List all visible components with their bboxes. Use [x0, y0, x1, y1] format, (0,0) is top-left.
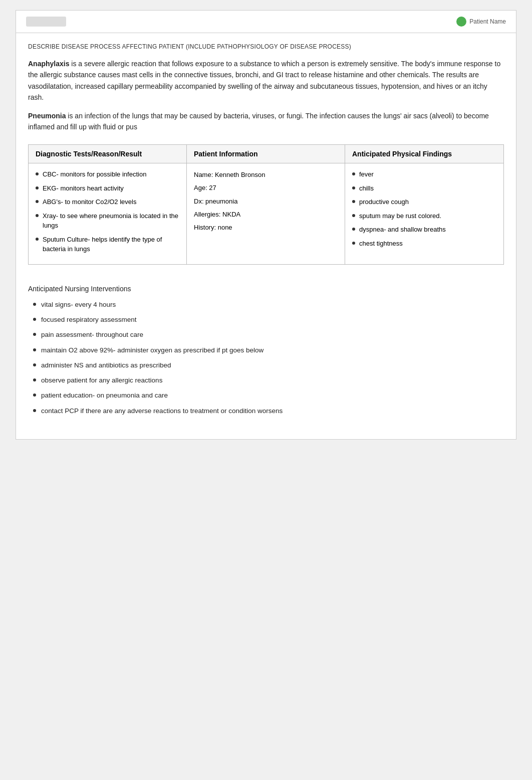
list-item: patient education- on pneumonia and care	[33, 391, 504, 401]
info-table: Diagnostic Tests/Reason/Result Patient I…	[28, 144, 504, 265]
col-header-findings: Anticipated Physical Findings	[345, 145, 503, 163]
finding-3: productive cough	[359, 197, 409, 207]
list-item: chest tightness	[352, 239, 496, 249]
finding-5: dyspnea- and shallow breaths	[359, 225, 446, 235]
diagnostic-item-5: Sputum Culture- helps identify the type …	[43, 235, 179, 254]
bullet-icon	[352, 242, 355, 245]
list-item: observe patient for any allergic reactio…	[33, 375, 504, 385]
diagnostic-item-3: ABG's- to monitor Co2/O2 levels	[43, 197, 136, 207]
patient-dx: Dx: pneumonia	[194, 196, 338, 207]
bullet-icon	[36, 172, 39, 175]
findings-cell: fever chills productive cough sputu	[345, 163, 503, 264]
list-item: productive cough	[352, 197, 496, 207]
col-header-patient: Patient Information	[187, 145, 345, 163]
list-item: sputum may be rust colored.	[352, 211, 496, 221]
bullet-icon	[33, 394, 36, 397]
list-item: administer NS and antibiotics as prescri…	[33, 360, 504, 370]
table-header-row: Diagnostic Tests/Reason/Result Patient I…	[29, 145, 503, 163]
bullet-icon	[33, 409, 36, 412]
list-item: chills	[352, 183, 496, 193]
bullet-icon	[33, 378, 36, 381]
nursing-item-8: contact PCP if there are any adverse rea…	[41, 406, 283, 416]
page-container: Patient Name DESCRIBE DISEASE PROCESS AF…	[16, 10, 516, 440]
bullet-icon	[33, 348, 36, 351]
nursing-item-6: observe patient for any allergic reactio…	[41, 375, 162, 385]
list-item: Xray- to see where pneumonia is located …	[36, 211, 179, 231]
nursing-item-4: maintain O2 above 92%- administer oxygen…	[41, 345, 263, 355]
diagnostic-item-4: Xray- to see where pneumonia is located …	[43, 211, 179, 231]
table-body-row: CBC- monitors for possible infection EKG…	[29, 163, 503, 264]
finding-6: chest tightness	[359, 239, 403, 249]
bullet-icon	[36, 238, 39, 241]
finding-1: fever	[359, 169, 374, 179]
nursing-item-2: focused respiratory assessment	[41, 315, 137, 325]
list-item: contact PCP if there are any adverse rea…	[33, 406, 504, 416]
finding-2: chills	[359, 183, 374, 193]
list-item: pain assessment- throughout care	[33, 330, 504, 340]
col-header-diagnostic: Diagnostic Tests/Reason/Result	[29, 145, 187, 163]
main-content: DESCRIBE DISEASE PROCESS AFFECTING PATIE…	[16, 33, 516, 439]
logo-left	[26, 17, 66, 27]
bullet-icon	[352, 172, 355, 175]
list-item: CBC- monitors for possible infection	[36, 169, 179, 179]
patient-history: History: none	[194, 222, 338, 233]
patient-age: Age: 27	[194, 182, 338, 193]
nursing-item-7: patient education- on pneumonia and care	[41, 391, 168, 401]
list-item: EKG- monitors heart activity	[36, 183, 179, 193]
bullet-icon	[352, 200, 355, 203]
bullet-icon	[36, 186, 39, 189]
diagnostic-list: CBC- monitors for possible infection EKG…	[36, 169, 179, 254]
patient-name: Name: Kenneth Bronson	[194, 169, 338, 180]
disease-1-bold: Anaphylaxis	[28, 60, 69, 68]
list-item: maintain O2 above 92%- administer oxygen…	[33, 345, 504, 355]
nursing-section: Anticipated Nursing Interventions vital …	[28, 277, 504, 429]
list-item: ABG's- to monitor Co2/O2 levels	[36, 197, 179, 207]
header-right: Patient Name	[456, 17, 506, 27]
bullet-icon	[352, 228, 355, 231]
nursing-heading: Anticipated Nursing Interventions	[28, 285, 504, 293]
list-item: focused respiratory assessment	[33, 315, 504, 325]
bullet-icon	[33, 318, 36, 321]
bullet-icon	[352, 186, 355, 189]
header-left	[26, 17, 66, 27]
diagnostic-item-1: CBC- monitors for possible infection	[43, 169, 146, 179]
list-item: dyspnea- and shallow breaths	[352, 225, 496, 235]
patient-allergies: Allergies: NKDA	[194, 209, 338, 220]
disease-2-text: is an infection of the lungs that may be…	[28, 112, 489, 131]
user-avatar-icon	[456, 17, 466, 27]
patient-info-cell: Name: Kenneth Bronson Age: 27 Dx: pneumo…	[187, 163, 345, 264]
user-name: Patient Name	[469, 18, 506, 25]
diagnostic-item-2: EKG- monitors heart activity	[43, 183, 124, 193]
bullet-icon	[33, 363, 36, 366]
nursing-item-3: pain assessment- throughout care	[41, 330, 143, 340]
header: Patient Name	[16, 11, 516, 33]
disease-2-bold: Pneumonia	[28, 112, 66, 120]
list-item: Sputum Culture- helps identify the type …	[36, 235, 179, 254]
list-item: fever	[352, 169, 496, 179]
nursing-item-5: administer NS and antibiotics as prescri…	[41, 360, 171, 370]
nursing-item-1: vital signs- every 4 hours	[41, 300, 116, 310]
bullet-icon	[33, 303, 36, 306]
list-item: vital signs- every 4 hours	[33, 300, 504, 310]
diagnostic-cell: CBC- monitors for possible infection EKG…	[29, 163, 187, 264]
disease-paragraph-2: Pneumonia is an infection of the lungs t…	[28, 110, 504, 133]
bullet-icon	[352, 214, 355, 217]
disease-1-text: is a severe allergic reaction that follo…	[28, 60, 500, 101]
bullet-icon	[33, 333, 36, 336]
finding-4: sputum may be rust colored.	[359, 211, 441, 221]
findings-list: fever chills productive cough sputu	[352, 169, 496, 248]
disease-paragraph-1: Anaphylaxis is a severe allergic reactio…	[28, 58, 504, 103]
bullet-icon	[36, 214, 39, 217]
section-heading: DESCRIBE DISEASE PROCESS AFFECTING PATIE…	[28, 43, 504, 50]
bullet-icon	[36, 200, 39, 203]
nursing-list: vital signs- every 4 hours focused respi…	[28, 300, 504, 416]
